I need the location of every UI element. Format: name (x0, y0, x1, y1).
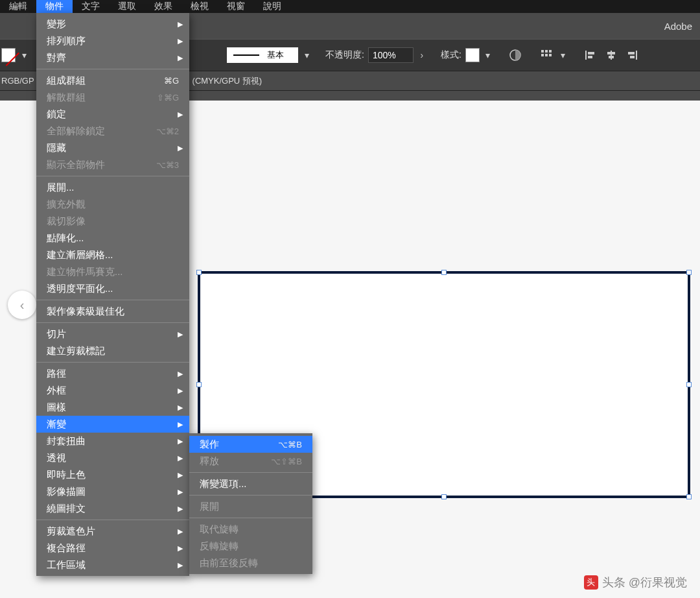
menu-item-label: 建立剪裁標記 (47, 345, 179, 357)
object-menu-item: 解散群組⇧⌘G (36, 89, 189, 106)
object-menu-item[interactable]: 製作像素級最佳化 (36, 303, 189, 320)
menu-item-label: 隱藏 (47, 142, 179, 154)
submenu-arrow-icon: ▶ (178, 54, 183, 62)
object-menu-item: 裁切影像 (36, 213, 189, 230)
menu-view[interactable]: 檢視 (181, 0, 218, 14)
menu-item-shortcut: ⇧⌘G (157, 93, 179, 102)
object-menu-item: 顯示全部物件⌥⌘3 (36, 156, 189, 173)
align-center-icon[interactable] (603, 47, 620, 64)
submenu-arrow-icon: ▶ (178, 505, 183, 513)
stroke-style-chevron-icon[interactable]: ▾ (302, 51, 311, 60)
resize-handle-tl[interactable] (196, 270, 202, 275)
object-menu-item[interactable]: 建立漸層網格... (36, 246, 189, 263)
menu-separator (36, 69, 189, 69)
object-menu-item[interactable]: 漸變▶ (36, 416, 189, 433)
object-menu-item[interactable]: 透明度平面化... (36, 280, 189, 297)
menu-separator (36, 176, 189, 176)
menu-object[interactable]: 物件 (36, 0, 73, 14)
object-menu-item[interactable]: 即時上色▶ (36, 466, 189, 483)
object-menu-item: 建立物件馬賽克... (36, 263, 189, 280)
object-menu-item: 擴充外觀 (36, 196, 189, 213)
object-menu-item[interactable]: 工作區域▶ (36, 556, 189, 573)
blend-submenu-item[interactable]: 製作⌥⌘B (189, 436, 312, 453)
object-menu-item[interactable]: 組成群組⌘G (36, 72, 189, 89)
menu-item-shortcut: ⌥⌘B (278, 440, 302, 449)
menu-window[interactable]: 視窗 (218, 0, 254, 14)
resize-handle-bc[interactable] (441, 494, 447, 499)
object-menu-item[interactable]: 排列順序▶ (36, 32, 189, 49)
menu-select[interactable]: 選取 (109, 0, 145, 14)
blend-submenu-item[interactable]: 漸變選項... (189, 475, 312, 492)
object-menu-item[interactable]: 建立剪裁標記 (36, 342, 189, 359)
menu-item-label: 漸變 (47, 418, 179, 431)
menu-edit[interactable]: 編輯 (0, 0, 36, 14)
menu-help[interactable]: 說明 (254, 0, 290, 14)
menu-item-label: 取代旋轉 (200, 523, 302, 536)
object-menu-item[interactable]: 複合路徑▶ (36, 540, 189, 556)
prev-nav-button[interactable]: ‹ (8, 291, 36, 319)
menu-item-label: 裁切影像 (47, 215, 179, 228)
object-menu-item[interactable]: 影像描圖▶ (36, 483, 189, 500)
submenu-arrow-icon: ▶ (178, 110, 183, 119)
menu-type[interactable]: 文字 (73, 0, 109, 14)
resize-handle-tc[interactable] (441, 270, 447, 275)
align-chevron-icon[interactable]: ▾ (559, 51, 568, 60)
object-menu-item[interactable]: 變形▶ (36, 16, 189, 32)
object-menu-item[interactable]: 剪裁遮色片▶ (36, 523, 189, 540)
object-menu-item[interactable]: 鎖定▶ (36, 106, 189, 123)
style-chevron-icon[interactable]: ▾ (484, 51, 493, 60)
style-swatch[interactable] (465, 48, 480, 62)
svg-rect-5 (545, 54, 548, 56)
fill-dropdown-icon[interactable]: ▾ (19, 51, 29, 60)
menu-item-label: 封套扭曲 (47, 435, 179, 448)
submenu-arrow-icon: ▶ (178, 20, 183, 29)
resize-handle-ml[interactable] (196, 382, 202, 387)
menubar: 編輯 物件 文字 選取 效果 檢視 視窗 說明 (0, 0, 700, 13)
menu-item-label: 繞圖排文 (47, 503, 179, 515)
resize-handle-tr[interactable] (686, 270, 692, 275)
watermark-icon: 头 (584, 575, 598, 590)
menu-item-label: 點陣化... (47, 232, 179, 245)
menu-item-label: 製作像素級最佳化 (47, 305, 179, 318)
menu-item-label: 由前至後反轉 (200, 557, 302, 569)
object-menu-item[interactable]: 切片▶ (36, 326, 189, 342)
resize-handle-br[interactable] (686, 494, 692, 499)
opacity-input[interactable] (368, 47, 414, 63)
object-menu-item[interactable]: 對齊▶ (36, 49, 189, 66)
object-menu-item[interactable]: 隱藏▶ (36, 139, 189, 156)
brand-label: Adobe (664, 21, 692, 32)
submenu-arrow-icon: ▶ (178, 488, 183, 496)
blend-submenu-item: 取代旋轉 (189, 521, 312, 538)
object-menu-item[interactable]: 外框▶ (36, 382, 189, 399)
menu-item-label: 工作區域 (47, 559, 179, 571)
svg-rect-11 (607, 52, 615, 54)
recolor-icon[interactable] (507, 47, 524, 64)
object-menu-item[interactable]: 繞圖排文▶ (36, 500, 189, 517)
object-menu-item[interactable]: 封套扭曲▶ (36, 433, 189, 449)
submenu-arrow-icon: ▶ (178, 527, 183, 536)
object-menu-item: 全部解除鎖定⌥⌘2 (36, 123, 189, 139)
object-menu-item[interactable]: 展開... (36, 179, 189, 196)
menu-item-label: 建立漸層網格... (47, 249, 179, 261)
svg-rect-15 (630, 56, 635, 58)
object-menu-item[interactable]: 路徑▶ (36, 365, 189, 382)
svg-rect-9 (588, 56, 592, 58)
svg-rect-7 (585, 51, 587, 60)
object-menu-item[interactable]: 圖樣▶ (36, 399, 189, 416)
fill-swatch[interactable] (1, 48, 16, 62)
menu-item-label: 展開 (200, 501, 302, 513)
tab-right-doc[interactable]: (CMYK/GPU 預視) (192, 75, 262, 87)
object-menu-item[interactable]: 透視▶ (36, 449, 189, 466)
svg-rect-4 (541, 54, 544, 56)
align-left-icon[interactable] (582, 47, 599, 64)
align-grid-icon[interactable] (538, 47, 555, 64)
object-menu-item[interactable]: 點陣化... (36, 230, 189, 246)
menu-effect[interactable]: 效果 (145, 0, 181, 14)
align-right-icon[interactable] (624, 47, 640, 64)
menu-item-label: 擴充外觀 (47, 198, 179, 211)
opacity-chevron-icon[interactable]: › (417, 51, 426, 60)
menu-item-label: 圖樣 (47, 401, 179, 414)
stroke-style-dropdown[interactable]: 基本 (227, 47, 298, 63)
tab-left-doc[interactable]: RGB/GP (1, 76, 34, 86)
resize-handle-mr[interactable] (686, 382, 692, 387)
